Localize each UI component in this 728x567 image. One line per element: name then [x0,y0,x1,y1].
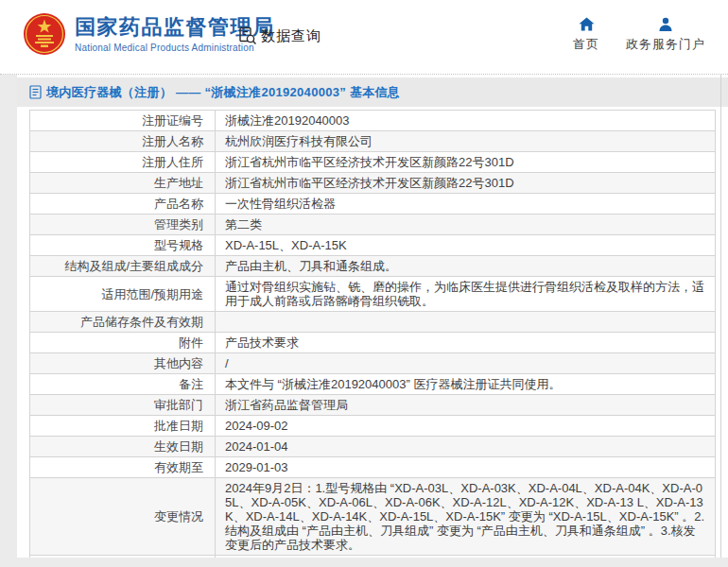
top-nav: 首页 政务服务门户 [573,17,705,53]
field-label: 其他内容 [30,353,216,374]
field-value: 详情 [216,556,716,558]
table-row: 变更情况 2024年9月2日：1.型号规格由 “XD-A-03L、XD-A-03… [30,478,716,556]
data-query-tab[interactable]: 数据查询 [238,26,321,45]
table-row: 生产地址 浙江省杭州市临平区经济技术开发区新颜路22号301D [30,173,716,194]
table-row: 注册人住所 浙江省杭州市临平区经济技术开发区新颜路22号301D [30,152,716,173]
content-panel: 境内医疗器械（注册） —— “浙械注准20192040003” 基本信息 注册证… [17,75,728,558]
field-value: / [216,353,716,374]
nav-home-label: 首页 [573,36,599,53]
scroll-edge-line [720,75,721,558]
table-row: 审批部门 浙江省药品监督管理局 [30,395,716,416]
table-row: 备注 本文件与 “浙械注准20192040003” 医疗器械注册证共同使用。 [30,374,716,395]
field-value: 2029-01-03 [216,457,716,478]
field-label: 结构及组成/主要组成成分 [30,256,216,277]
nav-gov-portal-label: 政务服务门户 [626,36,705,53]
user-icon [658,17,673,31]
field-value: 2024年9月2日：1.型号规格由 “XD-A-03L、XD-A-03K、XD-… [216,478,716,556]
field-label: 型号规格 [30,235,216,256]
table-row: 生效日期 2024-01-04 [30,437,716,457]
nav-home[interactable]: 首页 [573,17,599,53]
national-emblem-icon [23,12,66,56]
field-label: 产品名称 [30,194,216,215]
field-value: 2024-01-04 [216,437,716,457]
table-row: 注册证编号 浙械注准20192040003 [30,111,716,131]
field-label: 批准日期 [30,416,216,437]
field-value: 2024-09-02 [216,416,716,437]
table-row: 型号规格 XD-A-15L、XD-A-15K [30,235,716,256]
data-query-label: 数据查询 [261,27,321,45]
field-label: 注册人名称 [30,131,216,152]
field-label: 注 [30,556,216,558]
field-value: 产品由主机、刀具和通条组成。 [216,256,716,277]
field-label: 审批部门 [30,395,216,416]
field-label: 注册证编号 [30,111,216,131]
document-search-icon [238,26,257,45]
field-label: 变更情况 [30,478,216,556]
field-value: 浙江省杭州市临平区经济技术开发区新颜路22号301D [216,173,716,194]
table-row: 适用范围/预期用途 通过对骨组织实施钻、铣、磨的操作，为临床医生提供进行骨组织活… [30,277,716,312]
site-header: 国家药品监督管理局 National Medical Products Admi… [0,0,728,75]
table-row: 产品名称 一次性骨组织活检器 [30,194,716,215]
table-row: 产品储存条件及有效期 [30,312,716,333]
field-value: 浙江省药品监督管理局 [216,395,716,416]
field-value: 产品技术要求 [216,333,716,353]
table-row: 其他内容 / [30,353,716,374]
nav-gov-portal[interactable]: 政务服务门户 [626,17,705,53]
field-label: 管理类别 [30,215,216,235]
field-label: 注册人住所 [30,152,216,173]
table-row: 管理类别 第二类 [30,215,716,235]
table-row: 有效期至 2029-01-03 [30,457,716,478]
field-label: 有效期至 [30,457,216,478]
field-label: 附件 [30,333,216,353]
detail-table-wrap: 注册证编号 浙械注准20192040003 注册人名称 杭州欣润医疗科技有限公司… [17,107,728,558]
field-value: 浙械注准20192040003 [216,111,716,131]
page-title: 境内医疗器械（注册） —— “浙械注准20192040003” 基本信息 [46,84,400,101]
field-value: 浙江省杭州市临平区经济技术开发区新颜路22号301D [216,152,716,173]
field-value: 第二类 [216,215,716,235]
table-row: 结构及组成/主要组成成分 产品由主机、刀具和通条组成。 [30,256,716,277]
table-row: 附件 产品技术要求 [30,333,716,353]
table-row: 批准日期 2024-09-02 [30,416,716,437]
document-icon [29,85,42,99]
site-logo[interactable]: 国家药品监督管理局 National Medical Products Admi… [23,12,275,56]
home-icon [579,17,595,31]
field-value: 杭州欣润医疗科技有限公司 [216,131,716,152]
field-value: 本文件与 “浙械注准20192040003” 医疗器械注册证共同使用。 [216,374,716,395]
table-row: 注 详情 [30,556,716,558]
field-label: 生产地址 [30,173,216,194]
page-title-bar: 境内医疗器械（注册） —— “浙械注准20192040003” 基本信息 [17,77,728,107]
table-row: 注册人名称 杭州欣润医疗科技有限公司 [30,131,716,152]
field-label: 产品储存条件及有效期 [30,312,216,333]
field-value: 通过对骨组织实施钻、铣、磨的操作，为临床医生提供进行骨组织活检及取样的方法，适用… [216,277,716,312]
field-value [216,312,716,333]
detail-table: 注册证编号 浙械注准20192040003 注册人名称 杭州欣润医疗科技有限公司… [29,110,716,558]
field-label: 备注 [30,374,216,395]
field-label: 适用范围/预期用途 [30,277,216,312]
field-value: XD-A-15L、XD-A-15K [216,235,716,256]
field-value: 一次性骨组织活检器 [216,194,716,215]
field-label: 生效日期 [30,437,216,457]
page: 国家药品监督管理局 National Medical Products Admi… [0,0,728,567]
